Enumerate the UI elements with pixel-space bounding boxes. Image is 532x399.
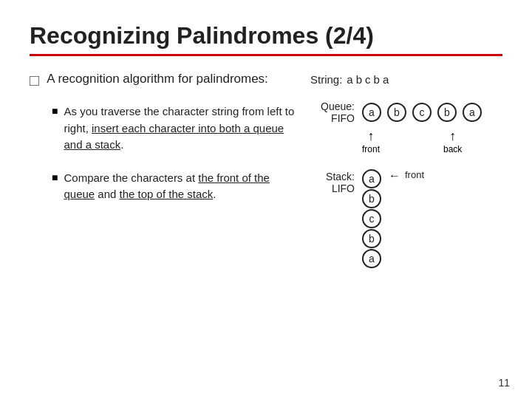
- queue-cell-b2: b: [437, 103, 457, 122]
- right-column: String: a b c b a Queue: FIFO a: [310, 69, 502, 268]
- stack-cells: a b c b a: [362, 169, 381, 268]
- queue-label-queue: Queue:: [321, 100, 355, 112]
- left-column: □ A recognition algorithm for palindrome…: [30, 69, 303, 268]
- queue-cells-3: c: [412, 103, 431, 122]
- string-char-a2: a: [383, 73, 389, 86]
- queue-row: Queue: FIFO a b c b: [310, 100, 502, 124]
- stack-cell-a2: a: [362, 249, 381, 268]
- main-bullet: □ A recognition algorithm for palindrome…: [30, 69, 303, 90]
- queue-section: Queue: FIFO a b c b: [310, 100, 502, 154]
- queue-cells: a: [362, 103, 381, 122]
- bullet-item-1: ■ As you traverse the character string f…: [52, 103, 303, 154]
- main-bullet-text: A recognition algorithm for palindromes:: [47, 69, 268, 90]
- queue-cell-c: c: [412, 103, 432, 122]
- queue-cells-5: a: [463, 103, 481, 122]
- page-number: 11: [498, 377, 510, 389]
- back-arrow-up: ↑: [449, 129, 456, 144]
- back-label: back: [443, 144, 462, 154]
- front-label: front: [362, 144, 380, 154]
- queue-cells-2: b: [387, 103, 406, 122]
- string-char-b1: b: [356, 73, 362, 86]
- bullet-marker-1: ■: [52, 105, 58, 154]
- string-chars: a b c b a: [347, 73, 389, 86]
- stack-cell-b1: b: [362, 189, 381, 208]
- queue-label-fifo: FIFO: [331, 112, 355, 124]
- bullet-marker-2: ■: [52, 171, 58, 203]
- stack-front-label: ← front: [389, 169, 424, 183]
- queue-cells-4: b: [437, 103, 456, 122]
- stack-section: Stack: LIFO a b c b a ← front: [310, 169, 502, 268]
- slide-title: Recognizing Palindromes (2/4): [30, 22, 502, 50]
- bullet-text-2: Compare the characters at the front of t…: [64, 170, 303, 203]
- string-char-c: c: [365, 73, 371, 86]
- title-underline: [30, 54, 502, 56]
- stack-cell-c: c: [362, 209, 381, 228]
- string-char-a1: a: [347, 73, 352, 86]
- content-area: □ A recognition algorithm for palindrome…: [30, 69, 502, 268]
- queue-cell-b1: b: [387, 103, 406, 122]
- bullet-text-1: As you traverse the character string fro…: [64, 103, 303, 154]
- slide: Recognizing Palindromes (2/4) □ A recogn…: [0, 0, 532, 399]
- stack-label-stack: Stack:: [326, 171, 355, 183]
- queue-label: Queue: FIFO: [310, 100, 355, 124]
- string-label: String:: [310, 73, 342, 86]
- main-bullet-marker: □: [30, 71, 39, 90]
- stack-label: Stack: LIFO: [310, 169, 355, 194]
- stack-arrow-left: ←: [389, 169, 400, 183]
- queue-arrows-row: ↑ front ↑ back: [310, 129, 502, 154]
- front-arrow-up: ↑: [368, 129, 375, 144]
- string-section: String: a b c b a: [310, 73, 502, 86]
- stack-cell-b2: b: [362, 229, 381, 248]
- stack-front-text: front: [405, 169, 424, 180]
- string-char-b2: b: [374, 73, 380, 86]
- queue-cell-a2: a: [463, 103, 482, 122]
- bullet-item-2: ■ Compare the characters at the front of…: [52, 170, 303, 203]
- queue-cell-a1: a: [362, 103, 381, 122]
- stack-cell-a1: a: [362, 169, 381, 188]
- stack-label-lifo: LIFO: [332, 183, 355, 194]
